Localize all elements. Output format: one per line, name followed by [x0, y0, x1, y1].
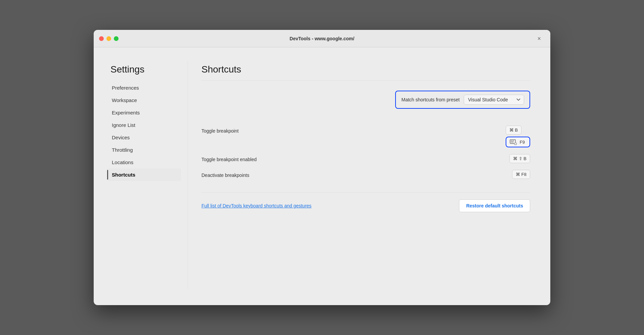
key-badge-f9: F9 — [506, 137, 530, 147]
titlebar: DevTools - www.google.com/ × — [94, 30, 550, 47]
maximize-traffic-light[interactable] — [114, 36, 119, 41]
key-combo-cmd-f8: ⌘ F8 — [512, 170, 530, 179]
close-traffic-light[interactable] — [99, 36, 104, 41]
sidebar-item-throttling[interactable]: Throttling — [107, 144, 181, 156]
divider — [201, 80, 530, 81]
key-badge-cmd-shift-b: ⌘ ⇧ B — [509, 154, 530, 163]
preset-label: Match shortcuts from preset — [401, 97, 460, 102]
sidebar-item-devices[interactable]: Devices — [107, 131, 181, 144]
preset-container: Match shortcuts from preset Visual Studi… — [395, 91, 530, 109]
devtools-window: DevTools - www.google.com/ × Settings Pr… — [94, 30, 550, 305]
restore-default-shortcuts-button[interactable]: Restore default shortcuts — [459, 199, 530, 212]
sidebar-item-preferences[interactable]: Preferences — [107, 82, 181, 94]
shortcut-keys-deactivate: ⌘ F8 — [512, 170, 530, 179]
key-combo-f9-highlighted: F9 — [506, 137, 530, 147]
shortcut-toggle-enabled: Toggle breakpoint enabled ⌘ ⇧ B — [201, 151, 530, 166]
key-combo-cmd-b: ⌘ B — [506, 126, 521, 135]
traffic-lights — [99, 36, 119, 41]
sidebar-item-locations[interactable]: Locations — [107, 156, 181, 169]
close-button[interactable]: × — [535, 34, 544, 43]
shortcut-keys: ⌘ B — [506, 126, 530, 147]
sidebar-item-experiments[interactable]: Experiments — [107, 106, 181, 119]
page-title: Shortcuts — [201, 64, 530, 75]
full-list-link[interactable]: Full list of DevTools keyboard shortcuts… — [201, 203, 312, 208]
shortcuts-table: Toggle breakpoint ⌘ B — [201, 122, 530, 182]
key-combo-cmd-shift-b: ⌘ ⇧ B — [509, 154, 530, 163]
preset-row: Match shortcuts from preset Visual Studi… — [201, 91, 530, 109]
window-title: DevTools - www.google.com/ — [290, 36, 355, 41]
svg-point-4 — [514, 143, 517, 145]
content-area: Shortcuts Match shortcuts from preset Vi… — [188, 61, 537, 289]
shortcut-name-enabled: Toggle breakpoint enabled — [201, 154, 503, 162]
window-body: Settings Preferences Workspace Experimen… — [94, 47, 550, 302]
key-badge-cmd: ⌘ B — [506, 126, 521, 135]
key-badge-cmd-f8: ⌘ F8 — [512, 170, 530, 179]
minimize-traffic-light[interactable] — [106, 36, 111, 41]
shortcut-name: Toggle breakpoint — [201, 126, 499, 134]
sidebar-item-ignore-list[interactable]: Ignore List — [107, 119, 181, 131]
shortcut-deactivate: Deactivate breakpoints ⌘ F8 — [201, 166, 530, 182]
sidebar-item-workspace[interactable]: Workspace — [107, 94, 181, 106]
preset-select[interactable]: Visual Studio Code DevTools (Default) — [464, 95, 524, 105]
sidebar-heading: Settings — [107, 64, 181, 75]
sidebar: Settings Preferences Workspace Experimen… — [107, 61, 181, 289]
shortcut-toggle-breakpoint: Toggle breakpoint ⌘ B — [201, 122, 530, 151]
footer-row: Full list of DevTools keyboard shortcuts… — [201, 192, 530, 212]
sidebar-item-shortcuts[interactable]: Shortcuts — [107, 169, 181, 181]
shortcut-name-deactivate: Deactivate breakpoints — [201, 170, 505, 178]
keyboard-edit-icon — [510, 139, 517, 145]
shortcut-keys-enabled: ⌘ ⇧ B — [509, 154, 530, 163]
